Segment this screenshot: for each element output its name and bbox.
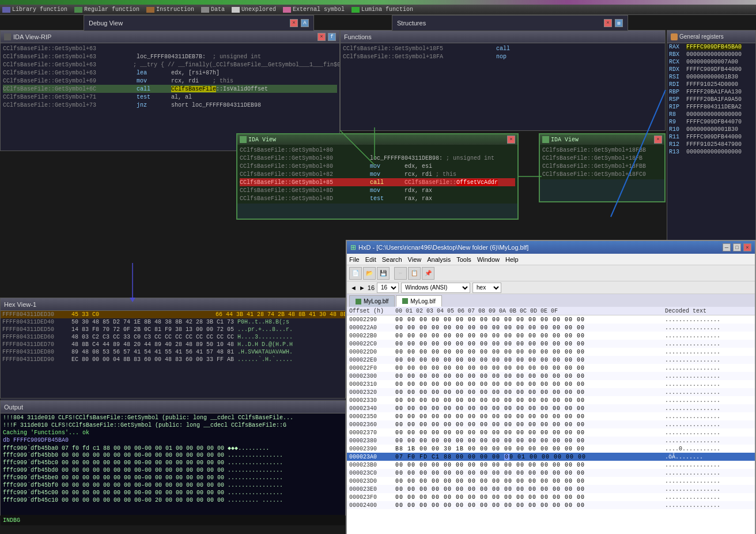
debug-view-float[interactable]: A: [301, 19, 309, 27]
legend-lumina: Lumina function: [351, 6, 413, 13]
hxd-cut-btn[interactable]: ✂: [394, 267, 407, 280]
table-row-selected[interactable]: 000023A007 F0 FD C1 88 00 00 00 00 00 01…: [347, 453, 755, 461]
functions-title: Functions: [344, 33, 372, 40]
hxd-tab-2-label: MyLog.blf: [410, 298, 435, 304]
registers-icon: [671, 33, 678, 40]
table-row[interactable]: 000023C000 00 00 00 00 00 00 00 00 00 00…: [347, 469, 755, 477]
reg-rsi: RSI 000000000001B30: [667, 73, 755, 81]
hxd-encoding-select[interactable]: Windows (ANSI): [401, 283, 470, 293]
table-row[interactable]: 000023E000 00 00 00 00 00 00 00 00 00 00…: [347, 485, 755, 493]
hxd-menu-file[interactable]: File: [349, 256, 360, 263]
functions-panel: Functions CClfsBaseFile::GetSymbol+18F5 …: [340, 30, 666, 131]
hxd-tabs: MyLog.blf MyLog.blf: [347, 294, 755, 307]
hxd-tab-1-label: MyLog.blf: [364, 298, 388, 304]
table-row[interactable]: 0000231000 00 00 00 00 00 00 00 00 00 00…: [347, 380, 755, 388]
output-title: Output: [4, 404, 23, 411]
hxd-menu-edit[interactable]: Edit: [365, 256, 376, 263]
table-row[interactable]: 0000235000 00 00 00 00 00 00 00 00 00 00…: [347, 412, 755, 420]
float-close-1[interactable]: ×: [507, 136, 515, 144]
reg-rax: RAX FFFFC909DFB45BA0: [667, 43, 755, 51]
hxd-maximize[interactable]: □: [733, 243, 741, 251]
legend-unexplored: Unexplored: [232, 6, 276, 13]
table-row[interactable]: 000022B000 00 00 00 00 00 00 00 00 00 00…: [347, 332, 755, 340]
func-line: CClfsBaseFile::GetSymbol+18FA nop: [343, 52, 663, 61]
structures-panel-header: Structures × ⊞: [392, 15, 628, 31]
hxd-tab-2[interactable]: MyLog.blf: [396, 295, 441, 307]
table-row[interactable]: 0000237000 00 00 00 00 00 00 00 00 00 00…: [347, 428, 755, 437]
output-line: !!!804 311de010 CLFS!CClfsBaseFile::GetS…: [3, 415, 343, 422]
hex-view-line[interactable]: FFFF804311DED30 45 33 C0 66 44 3B 41 28 …: [1, 311, 345, 318]
table-row[interactable]: 0000238000 00 00 00 00 00 00 00 00 00 00…: [347, 437, 755, 445]
table-row[interactable]: 00002390B8 1B 00 00 30 1B 00 00 00 00 00…: [347, 445, 755, 453]
hex-view-line[interactable]: FFFF804311DED50 14 83 F8 70 72 0F 2B 0C …: [1, 326, 345, 333]
hxd-menu-view[interactable]: View: [408, 256, 422, 263]
hxd-open-btn[interactable]: 📂: [363, 267, 376, 280]
hxd-menubar: File Edit Search View Analysis Tools Win…: [347, 254, 755, 265]
table-row[interactable]: 000023F000 00 00 00 00 00 00 00 00 00 00…: [347, 493, 755, 501]
hxd-arrow-left[interactable]: ◄: [350, 284, 357, 291]
table-row[interactable]: 000022C000 00 00 00 00 00 00 00 00 00 00…: [347, 340, 755, 348]
table-row[interactable]: 000023D000 00 00 00 00 00 00 00 00 00 00…: [347, 477, 755, 485]
hxd-save-btn[interactable]: 💾: [377, 267, 390, 280]
functions-titlebar: Functions: [341, 31, 665, 43]
table-row[interactable]: 000022F000 00 00 00 00 00 00 00 00 00 00…: [347, 364, 755, 372]
ida-view-float[interactable]: f: [328, 33, 336, 41]
ida-line: CClfsBaseFile::GetSymbol+63 loc_FFFF8043…: [3, 52, 337, 61]
table-row[interactable]: 000023B000 00 00 00 00 00 00 00 00 00 00…: [347, 461, 755, 469]
float-close-2[interactable]: ×: [654, 136, 662, 144]
hex-view-line[interactable]: FFFF804311DED80 89 48 08 53 56 57 41 54 …: [1, 348, 345, 356]
float-icon-2: [542, 136, 549, 143]
hex-view-line[interactable]: FFFF804311DED70 48 8B C4 44 89 48 20 44 …: [1, 341, 345, 348]
table-row[interactable]: 0000232000 00 00 00 00 00 00 00 00 00 00…: [347, 388, 755, 396]
legend-regular: Regular function: [74, 6, 139, 13]
functions-content: CClfsBaseFile::GetSymbol+18F5 call CClfs…: [341, 43, 665, 130]
hex-view-line[interactable]: FFFF804311DED90 EC 80 00 00 04 8B 83 60 …: [1, 356, 345, 363]
structures-float[interactable]: ⊞: [615, 19, 623, 27]
table-row[interactable]: 0000234000 00 00 00 00 00 00 00 00 00 00…: [347, 404, 755, 412]
table-row[interactable]: 0000240000 00 00 00 00 00 00 00 00 00 00…: [347, 501, 755, 509]
hex-view-line[interactable]: FFFF804311DED40 50 30 48 85 D2 74 1E 8B …: [1, 318, 345, 326]
table-row[interactable]: 0000233000 00 00 00 00 00 00 00 00 00 00…: [347, 396, 755, 404]
output-line: fffc909`dfb45bd0 00 00 00 00 00 00 00 00…: [3, 467, 343, 475]
progress-fill: [0, 0, 756, 5]
table-row[interactable]: 000022E000 00 00 00 00 00 00 00 00 00 00…: [347, 356, 755, 364]
table-row[interactable]: 000022A000 00 00 00 00 00 00 00 00 00 00…: [347, 324, 755, 332]
reg-r8: R8 0000000000000000: [667, 111, 755, 118]
external-color: [283, 7, 291, 13]
legend-lumina-label: Lumina function: [361, 6, 413, 13]
hxd-tab-1[interactable]: MyLog.blf: [349, 295, 395, 307]
structures-close[interactable]: ×: [604, 19, 612, 27]
hxd-menu-tools[interactable]: Tools: [456, 256, 471, 263]
table-row[interactable]: 0000230000 00 00 00 00 00 00 00 00 00 00…: [347, 372, 755, 380]
hxd-header: Offset (h) 00 01 02 03 04 05 06 07 08 09…: [347, 307, 755, 315]
debug-view-close[interactable]: ×: [290, 19, 298, 27]
hxd-offset-bar: ◄ ► 16 16 10 Windows (ANSI) hex: [347, 281, 755, 294]
legend-external: External symbol: [283, 6, 345, 13]
ida-view-title: IDA View-RIP: [13, 33, 51, 40]
hxd-paste-btn[interactable]: 📌: [422, 267, 434, 280]
table-row[interactable]: 0000236000 00 00 00 00 00 00 00 00 00 00…: [347, 420, 755, 428]
hxd-arrow-right[interactable]: ►: [359, 284, 365, 291]
hxd-menu-analysis[interactable]: Analysis: [427, 256, 451, 263]
hxd-new-btn[interactable]: 📄: [349, 267, 362, 280]
reg-rip: RIP FFFFF804311DEBA2: [667, 103, 755, 111]
hxd-copy-btn[interactable]: 📋: [408, 267, 421, 280]
float2-line: CClfsBaseFile::GetSymbol+18FB: [542, 154, 662, 162]
library-color: [2, 7, 10, 13]
reg-rbp: RBP FFFFF20BA1FAA130: [667, 88, 755, 96]
ida-line: CClfsBaseFile::GetSymbol+71 test al, al: [3, 93, 337, 101]
hxd-minimize[interactable]: ─: [723, 243, 731, 251]
table-row[interactable]: 0000229000 00 00 00 00 00 00 00 00 00 00…: [347, 315, 755, 324]
hxd-close[interactable]: ×: [743, 243, 751, 251]
debug-view-title: Debug View: [89, 20, 123, 27]
reg-r11: R11 FFFFC909DFB44000: [667, 133, 755, 141]
hxd-menu-search[interactable]: Search: [382, 256, 402, 263]
hxd-menu-help[interactable]: Help: [505, 256, 519, 263]
hxd-base-select[interactable]: 16 10: [377, 283, 399, 293]
hxd-view-select[interactable]: hex: [472, 283, 501, 293]
hex-view-line[interactable]: FFFF804311DED60 48 03 C2 C3 CC 33 C0 C3 …: [1, 333, 345, 341]
table-row[interactable]: 000022D000 00 00 00 00 00 00 00 00 00 00…: [347, 348, 755, 356]
ida-view-close[interactable]: ×: [317, 33, 326, 41]
hxd-menu-window[interactable]: Window: [477, 256, 500, 263]
legend-unexplored-label: Unexplored: [241, 6, 276, 13]
